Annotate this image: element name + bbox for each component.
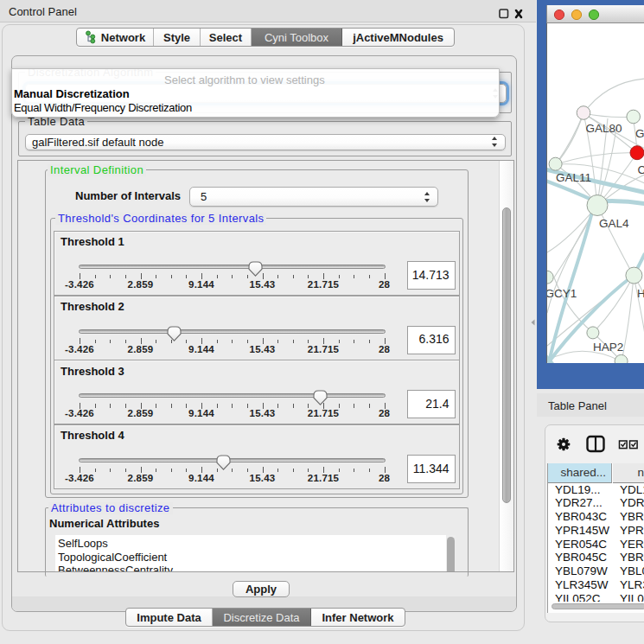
- svg-text:GAL4: GAL4: [599, 217, 629, 230]
- svg-text:GCY1: GCY1: [547, 287, 577, 300]
- svg-text:GAL11: GAL11: [556, 171, 591, 184]
- svg-text:C: C: [638, 163, 644, 176]
- svg-text:GAL80: GAL80: [586, 122, 622, 135]
- svg-text:HAP2: HAP2: [593, 341, 623, 354]
- svg-text:H: H: [637, 287, 644, 300]
- svg-text:GA: GA: [635, 127, 644, 140]
